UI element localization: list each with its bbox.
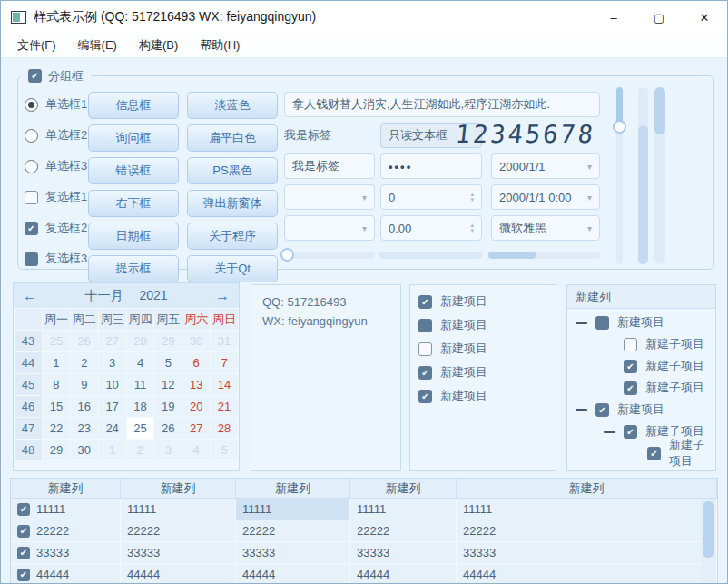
button-PS黑色[interactable]: PS黑色	[187, 157, 278, 184]
chevron-down-icon[interactable]: ▾	[587, 193, 592, 203]
calendar-day[interactable]: 24	[99, 418, 126, 439]
spin-arrows-icon[interactable]: ▴▾	[470, 223, 474, 233]
calendar-day[interactable]: 29	[154, 331, 182, 351]
list-item[interactable]: 新建项目	[410, 337, 556, 361]
calendar-day[interactable]: 6	[182, 352, 210, 373]
table-checkbox-icon[interactable]	[17, 525, 30, 538]
vslider-handle[interactable]	[613, 120, 626, 134]
calendar-day[interactable]: 10	[99, 374, 126, 395]
table-cell[interactable]: 22222	[457, 520, 717, 542]
button-关于Qt[interactable]: 关于Qt	[187, 255, 278, 282]
table-column-header[interactable]: 新建列	[457, 479, 717, 499]
selector-row-3[interactable]: 复选框1	[25, 184, 87, 210]
selector-row-4[interactable]: 复选框2	[25, 215, 87, 241]
chevron-down-icon[interactable]: ▾	[362, 223, 367, 233]
calendar-day[interactable]: 2	[71, 352, 98, 373]
calendar-day[interactable]: 3	[99, 352, 126, 373]
list-item[interactable]: 新建项目	[410, 361, 556, 384]
calendar-day[interactable]: 29	[43, 440, 70, 460]
tree-item[interactable]: 新建子项目	[567, 355, 715, 377]
calendar-day[interactable]: 26	[71, 331, 98, 351]
calendar-day[interactable]: 25	[127, 418, 154, 439]
calendar-day[interactable]: 30	[182, 331, 210, 351]
table-cell[interactable]: 44444	[457, 564, 717, 584]
table-cell[interactable]: 33333	[457, 542, 717, 564]
calendar-month[interactable]: 十一月	[84, 288, 123, 304]
tree-checkbox-icon[interactable]	[624, 338, 637, 351]
calendar-day[interactable]: 25	[43, 331, 70, 351]
calendar-day[interactable]: 1	[43, 352, 70, 373]
hscrollbar-thumb[interactable]	[488, 252, 536, 259]
button-弹出新窗体[interactable]: 弹出新窗体	[187, 190, 278, 217]
tree-item[interactable]: 新建子项目	[567, 377, 715, 399]
calendar-day[interactable]: 4	[182, 440, 210, 460]
table-cell[interactable]: 11111	[236, 499, 350, 520]
table-cell[interactable]: 11111	[457, 499, 717, 520]
calendar-day[interactable]: 5	[154, 352, 182, 373]
groupbox-checkbox[interactable]	[28, 69, 42, 83]
vscrollbar-thumb[interactable]	[654, 87, 665, 134]
table-checkbox-icon[interactable]	[17, 569, 30, 581]
checkbox-icon[interactable]	[25, 252, 38, 266]
table-cell[interactable]: 11111	[121, 499, 236, 520]
table-cell[interactable]: 44444	[236, 564, 350, 584]
calendar-day[interactable]: 21	[211, 396, 238, 417]
table-column-header[interactable]: 新建列	[121, 479, 236, 499]
table-cell[interactable]: 44444	[350, 564, 457, 584]
list-checkbox-icon[interactable]	[418, 366, 432, 380]
calendar-day[interactable]: 7	[211, 352, 238, 373]
label-lineedit[interactable]: 我是标签	[284, 153, 375, 179]
collapse-icon[interactable]	[604, 431, 615, 433]
horizontal-slider[interactable]	[280, 252, 375, 259]
tree-checkbox-icon[interactable]	[624, 360, 637, 373]
chevron-down-icon[interactable]: ▾	[587, 223, 592, 233]
selector-row-2[interactable]: 单选框3	[25, 153, 87, 179]
datetime-edit[interactable]: 2000/1/1 0:00 ▾	[491, 184, 600, 210]
table-column-header[interactable]: 新建列	[236, 479, 350, 499]
table-cell[interactable]: 11111	[350, 499, 457, 520]
calendar-day[interactable]: 1	[99, 440, 126, 460]
calendar-day[interactable]: 30	[71, 440, 98, 460]
table-cell[interactable]: 44444	[11, 564, 121, 584]
calendar-day[interactable]: 20	[182, 396, 210, 417]
tree-checkbox-icon[interactable]	[595, 316, 609, 330]
radio-icon[interactable]	[25, 160, 38, 173]
slider-handle[interactable]	[280, 248, 294, 262]
radio-icon[interactable]	[25, 129, 38, 143]
motto-input[interactable]: 拿人钱财替人消灾,人生江湖如此,程序江湖亦如此.	[284, 92, 600, 117]
checkbox-icon[interactable]	[25, 191, 38, 204]
selector-row-1[interactable]: 单选框2	[25, 123, 87, 148]
combo-empty-2[interactable]: ▾	[284, 215, 375, 241]
table-cell[interactable]: 33333	[11, 542, 121, 564]
tree-item[interactable]: 新建项目	[567, 399, 715, 421]
table-cell[interactable]: 22222	[121, 520, 236, 542]
list-item[interactable]: 新建项目	[410, 313, 556, 337]
chevron-down-icon[interactable]: ▾	[362, 193, 367, 203]
calendar-day[interactable]: 13	[182, 374, 210, 395]
list-item[interactable]: 新建项目	[410, 384, 556, 408]
tree-item[interactable]: 新建子项目	[567, 333, 715, 355]
tree-checkbox-icon[interactable]	[624, 425, 637, 439]
table-cell[interactable]: 33333	[350, 542, 457, 564]
calendar-day[interactable]: 9	[71, 374, 98, 395]
close-icon[interactable]: ✕	[682, 1, 727, 34]
password-field[interactable]: ••••	[380, 153, 482, 179]
calendar-day[interactable]: 18	[127, 396, 154, 417]
list-item[interactable]: 新建项目	[410, 290, 556, 313]
tree-header[interactable]: 新建列	[567, 285, 715, 309]
tree-item[interactable]: 新建子项目	[567, 442, 715, 464]
minimize-icon[interactable]: –	[591, 1, 636, 34]
menu-item-3[interactable]: 帮助(H)	[189, 34, 251, 57]
chevron-down-icon[interactable]: ▾	[587, 162, 592, 172]
table-column-header[interactable]: 新建列	[350, 479, 457, 499]
table-cell[interactable]: 33333	[121, 542, 236, 564]
float-spinbox[interactable]: 0.00 ▴▾	[380, 215, 482, 241]
calendar-day[interactable]: 28	[127, 331, 154, 351]
table-cell[interactable]: 33333	[236, 542, 350, 564]
table-checkbox-icon[interactable]	[17, 503, 30, 516]
list-checkbox-icon[interactable]	[418, 342, 432, 356]
table-column-header[interactable]: 新建列	[11, 479, 121, 499]
calendar-day[interactable]: 27	[182, 418, 210, 439]
calendar-day[interactable]: 26	[154, 418, 182, 439]
table-cell[interactable]: 44444	[121, 564, 236, 584]
